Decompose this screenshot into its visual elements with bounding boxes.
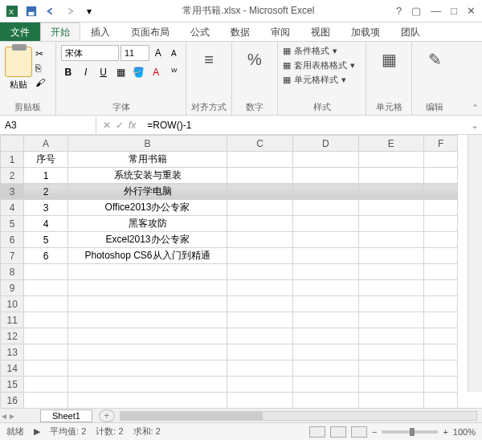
- qat-dropdown-icon[interactable]: ▾: [80, 2, 98, 20]
- cell[interactable]: [358, 232, 424, 248]
- cell[interactable]: [24, 328, 67, 344]
- cell[interactable]: [24, 344, 67, 360]
- save-icon[interactable]: [22, 2, 40, 20]
- cell[interactable]: 6: [24, 248, 67, 264]
- cell[interactable]: [24, 393, 67, 409]
- row-header[interactable]: 13: [1, 344, 24, 360]
- maximize-icon[interactable]: □: [451, 5, 457, 17]
- fill-color-button[interactable]: 🪣: [131, 64, 145, 80]
- cell[interactable]: [292, 296, 358, 312]
- row-header[interactable]: 9: [1, 280, 24, 296]
- align-button[interactable]: ≡: [191, 45, 227, 74]
- cell[interactable]: [227, 312, 293, 328]
- cell[interactable]: [424, 216, 458, 232]
- macro-record-icon[interactable]: ▶: [34, 426, 40, 437]
- zoom-level[interactable]: 100%: [453, 427, 476, 437]
- tab-data[interactable]: 数据: [220, 22, 260, 41]
- bold-button[interactable]: B: [61, 64, 76, 80]
- cell-styles-button[interactable]: ▦单元格样式▾: [283, 74, 361, 86]
- cell[interactable]: [227, 184, 293, 200]
- cell[interactable]: [67, 344, 227, 360]
- cell[interactable]: [358, 393, 424, 409]
- sheet-tab[interactable]: Sheet1: [40, 409, 92, 422]
- cell[interactable]: [424, 328, 458, 344]
- col-header-E[interactable]: E: [358, 136, 424, 152]
- tab-home[interactable]: 开始: [40, 22, 80, 41]
- cell[interactable]: [424, 200, 458, 216]
- cell[interactable]: [67, 393, 227, 409]
- cell[interactable]: [292, 264, 358, 280]
- font-name-input[interactable]: [61, 45, 119, 61]
- cell[interactable]: [227, 377, 293, 393]
- cell[interactable]: [67, 264, 227, 280]
- col-header-F[interactable]: F: [424, 136, 458, 152]
- tab-addins[interactable]: 加载项: [341, 22, 390, 41]
- cell[interactable]: [358, 152, 424, 168]
- increase-font-icon[interactable]: A: [151, 45, 165, 61]
- col-header-A[interactable]: A: [24, 136, 67, 152]
- row-header[interactable]: 2: [1, 168, 24, 184]
- cell[interactable]: [24, 280, 67, 296]
- table-format-button[interactable]: ▦套用表格格式▾: [283, 59, 361, 71]
- border-button[interactable]: ▦: [114, 64, 129, 80]
- font-color-button[interactable]: A: [149, 64, 163, 80]
- cell[interactable]: [292, 232, 358, 248]
- cell[interactable]: 常用书籍: [67, 152, 227, 168]
- cell[interactable]: [227, 232, 293, 248]
- page-break-view-button[interactable]: [351, 426, 367, 438]
- cell[interactable]: [424, 377, 458, 393]
- row-header[interactable]: 16: [1, 393, 24, 409]
- cell[interactable]: [292, 184, 358, 200]
- cell[interactable]: [358, 168, 424, 184]
- cell[interactable]: [292, 328, 358, 344]
- cell[interactable]: [227, 280, 293, 296]
- cell[interactable]: [424, 312, 458, 328]
- cell[interactable]: 1: [24, 168, 67, 184]
- row-header[interactable]: 6: [1, 232, 24, 248]
- cell[interactable]: [227, 248, 293, 264]
- font-size-input[interactable]: [120, 45, 149, 61]
- underline-button[interactable]: U: [96, 64, 111, 80]
- conditional-format-button[interactable]: ▦条件格式▾: [283, 45, 361, 57]
- cell[interactable]: [67, 280, 227, 296]
- tab-review[interactable]: 审阅: [260, 22, 300, 41]
- tab-formula[interactable]: 公式: [180, 22, 220, 41]
- close-icon[interactable]: ✕: [467, 5, 476, 17]
- row-header[interactable]: 10: [1, 296, 24, 312]
- undo-icon[interactable]: [42, 2, 59, 20]
- row-header[interactable]: 3: [1, 184, 24, 200]
- cell[interactable]: [292, 248, 358, 264]
- cell[interactable]: [227, 393, 293, 409]
- cell[interactable]: [292, 200, 358, 216]
- select-all-corner[interactable]: [1, 136, 24, 152]
- cell[interactable]: [292, 377, 358, 393]
- cell[interactable]: [424, 152, 458, 168]
- paste-button[interactable]: 粘贴: [10, 79, 27, 91]
- ribbon-options-icon[interactable]: ▢: [411, 5, 421, 17]
- tab-view[interactable]: 视图: [300, 22, 341, 41]
- cell[interactable]: [292, 393, 358, 409]
- cell[interactable]: 黑客攻防: [67, 216, 227, 232]
- row-header[interactable]: 7: [1, 248, 24, 264]
- cell[interactable]: [227, 264, 293, 280]
- cell[interactable]: [358, 328, 424, 344]
- cell[interactable]: 系统安装与重装: [67, 168, 227, 184]
- cell[interactable]: [227, 296, 293, 312]
- row-header[interactable]: 12: [1, 328, 24, 344]
- cut-icon[interactable]: ✂: [35, 48, 45, 59]
- cell[interactable]: Office2013办公专家: [67, 200, 227, 216]
- page-layout-view-button[interactable]: [330, 426, 346, 438]
- cell[interactable]: [424, 296, 458, 312]
- cell[interactable]: 2: [24, 184, 67, 200]
- cell[interactable]: [227, 152, 293, 168]
- row-header[interactable]: 15: [1, 377, 24, 393]
- cell[interactable]: [424, 344, 458, 360]
- cell[interactable]: [358, 184, 424, 200]
- collapse-ribbon-icon[interactable]: ⌃: [472, 103, 479, 113]
- format-painter-icon[interactable]: 🖌: [35, 77, 45, 88]
- cell[interactable]: 外行学电脑: [67, 184, 227, 200]
- cell[interactable]: [292, 280, 358, 296]
- cell[interactable]: [67, 377, 227, 393]
- cell[interactable]: [424, 168, 458, 184]
- redo-icon[interactable]: [61, 2, 79, 20]
